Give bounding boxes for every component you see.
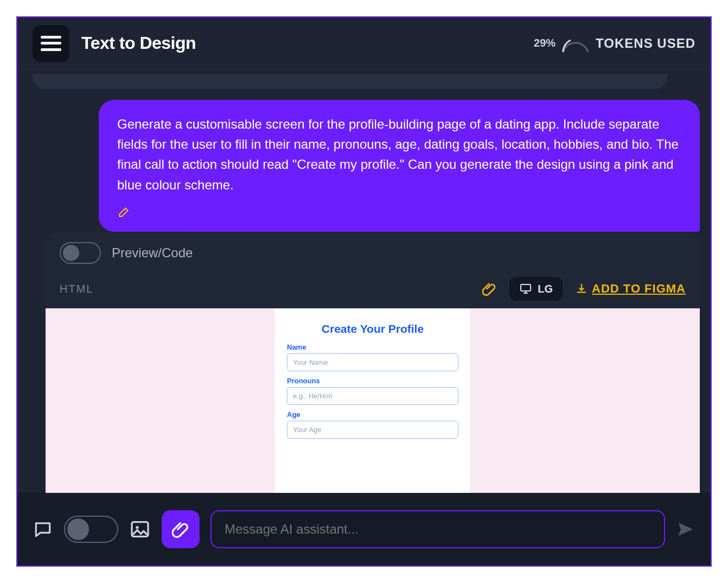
token-percent: 29% (534, 37, 555, 49)
toggle-knob (67, 518, 89, 540)
menu-button[interactable] (33, 25, 69, 62)
image-icon (129, 518, 151, 540)
token-arc-icon (561, 33, 590, 54)
send-icon (676, 519, 695, 539)
toggle-knob (63, 245, 79, 261)
paperclip-icon (172, 521, 189, 538)
hamburger-icon (41, 36, 61, 51)
chat-mode-button[interactable] (33, 519, 53, 540)
html-label: HTML (60, 283, 93, 295)
panel-toolbar: HTML LG (46, 271, 700, 308)
header-bar: Text to Design 29% TOKENS USED (17, 17, 711, 69)
user-message-bubble: Generate a customisable screen for the p… (99, 100, 700, 232)
preview-code-label: Preview/Code (112, 245, 193, 261)
profile-form-card: Create Your Profile Name Your Name Prono… (275, 308, 470, 493)
previous-bubble-edge (33, 74, 667, 89)
chat-content: Generate a customisable screen for the p… (17, 69, 711, 493)
app-frame: Text to Design 29% TOKENS USED Generate … (16, 16, 712, 567)
viewport-size-label: LG (538, 283, 553, 295)
edit-message-button[interactable] (117, 205, 681, 219)
token-label: TOKENS USED (596, 36, 695, 51)
response-panel: Preview/Code HTML LG (46, 232, 700, 493)
attachment-button[interactable] (162, 510, 200, 548)
composer-toggle[interactable] (64, 516, 118, 543)
field-label-name: Name (287, 343, 458, 351)
panel-top-row: Preview/Code (46, 232, 700, 271)
svg-point-2 (136, 526, 138, 529)
user-message-text: Generate a customisable screen for the p… (117, 114, 681, 195)
composer-bar (17, 493, 711, 566)
add-to-figma-button[interactable]: ADD TO FIGMA (576, 282, 686, 296)
field-label-pronouns: Pronouns (287, 377, 458, 385)
viewport-size-button[interactable]: LG (509, 277, 563, 301)
field-input-age[interactable]: Your Age (287, 421, 458, 439)
download-icon (576, 283, 587, 295)
field-input-pronouns[interactable]: e.g., He/Him (287, 387, 458, 405)
form-title: Create Your Profile (287, 322, 458, 335)
chat-bubble-icon (33, 519, 53, 540)
field-input-name[interactable]: Your Name (287, 353, 458, 371)
edit-icon (117, 205, 131, 219)
app-title: Text to Design (81, 33, 196, 53)
paperclip-icon (482, 282, 496, 296)
field-label-age: Age (287, 410, 458, 419)
monitor-icon (519, 282, 532, 295)
svg-rect-0 (521, 284, 531, 291)
message-input[interactable] (210, 510, 665, 548)
preview-canvas: Create Your Profile Name Your Name Prono… (46, 308, 700, 493)
image-mode-button[interactable] (129, 518, 151, 540)
panel-attachment-button[interactable] (482, 282, 496, 296)
token-usage: 29% TOKENS USED (534, 33, 695, 54)
send-button[interactable] (676, 519, 695, 539)
preview-code-toggle[interactable] (60, 242, 101, 264)
add-to-figma-label: ADD TO FIGMA (592, 282, 686, 296)
